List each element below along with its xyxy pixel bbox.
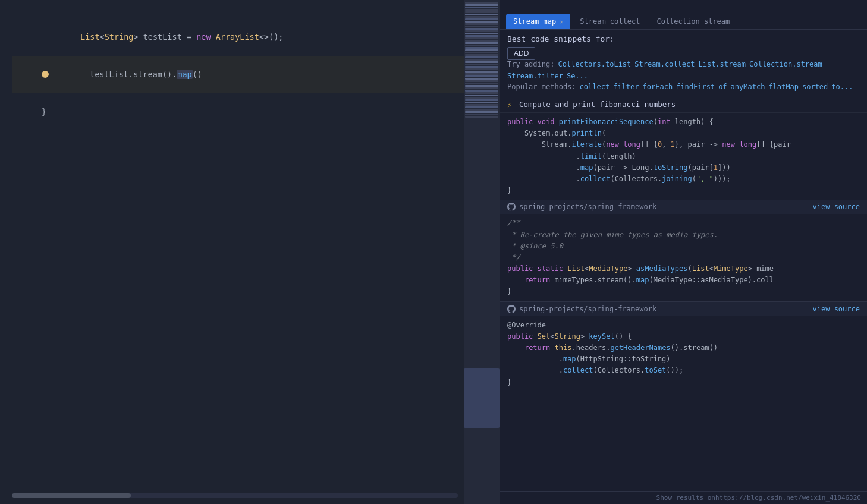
tab-close-icon[interactable]: ✕ — [560, 18, 563, 25]
try-link-more[interactable]: Se... — [567, 72, 588, 80]
popular-of[interactable]: of — [718, 83, 727, 91]
code-line: /** — [507, 218, 867, 229]
editor-line — [12, 6, 500, 18]
minimap-slider[interactable] — [464, 368, 500, 428]
line-indicator — [42, 71, 49, 78]
popular-flatmap[interactable]: flatMap — [768, 83, 799, 91]
search-panel: Best code snippets for: ADD Try adding: … — [500, 30, 867, 96]
code-line: } — [507, 377, 867, 388]
status-url: Show results on — [656, 494, 715, 502]
editor-line — [12, 93, 500, 106]
popular-foreach[interactable]: forEach — [643, 83, 673, 91]
section-title-fibonacci: ⚡ Compute and print fibonacci numbers — [500, 96, 867, 113]
code-line: return this.headers.getHeaderNames().str… — [507, 342, 867, 354]
popular-sorted[interactable]: sorted — [802, 83, 828, 91]
tab-stream-map[interactable]: Stream map ✕ — [506, 14, 570, 29]
right-panel: Stream map ✕ Stream collect Collection s… — [500, 0, 867, 504]
tab-label: Stream map — [513, 17, 556, 26]
source-text-2: spring-projects/spring-framework — [519, 305, 656, 313]
try-link-collectors-tolist[interactable]: Collectors.toList — [558, 60, 631, 68]
editor-panel: List<String> testList = new ArrayList<>(… — [0, 0, 500, 504]
try-link-collection-stream[interactable]: Collection.stream — [749, 60, 822, 68]
code-line: .map(HttpString::toString) — [507, 354, 867, 365]
popular-methods-row: Popular methods: collect filter forEach … — [507, 83, 860, 91]
code-block-2: /** * Re-create the given mime types as … — [500, 214, 867, 301]
horizontal-scrollbar[interactable] — [12, 493, 458, 498]
code-line: * Re-create the given mime types as medi… — [507, 229, 867, 241]
code-line: public void printFibonacciSequence(int l… — [507, 116, 867, 128]
code-line: @Override — [507, 320, 867, 331]
source-text-1: spring-projects/spring-framework — [519, 203, 656, 211]
result-source-2: spring-projects/spring-framework — [507, 305, 656, 313]
try-adding-label: Try adding: — [507, 60, 554, 68]
popular-anymatch[interactable]: anyMatch — [731, 83, 765, 91]
lightning-icon: ⚡ — [507, 100, 516, 109]
tabs-bar: Stream map ✕ Stream collect Collection s… — [500, 0, 867, 30]
status-url-link[interactable]: https://blog.csdn.net/weixin_41846320 — [715, 494, 861, 502]
github-icon — [507, 203, 516, 211]
code-block-3: @Override public Set<String> keySet() { … — [500, 316, 867, 392]
popular-collect[interactable]: collect — [580, 83, 610, 91]
best-snippets-label: Best code snippets for: — [507, 34, 860, 43]
scrollbar-thumb[interactable] — [12, 493, 131, 498]
tab-label: Stream collect — [580, 17, 640, 26]
code-line: .collect(Collectors.toSet()); — [507, 365, 867, 376]
try-link-stream-collect[interactable]: Stream.collect — [634, 60, 695, 68]
code-block-fibonacci: public void printFibonacciSequence(int l… — [500, 113, 867, 200]
code-line: Stream.iterate(new long[] {0, 1}, pair -… — [507, 139, 867, 150]
results-area[interactable]: ⚡ Compute and print fibonacci numbers pu… — [500, 96, 867, 491]
tab-collection-stream[interactable]: Collection stream — [649, 14, 737, 29]
fibonacci-title: Compute and print fibonacci numbers — [519, 100, 676, 109]
add-button[interactable]: ADD — [507, 47, 535, 60]
view-source-link-1[interactable]: view source — [813, 203, 860, 211]
result-block-1: spring-projects/spring-framework view so… — [500, 200, 867, 301]
minimap-content — [464, 0, 500, 119]
result-header-2: spring-projects/spring-framework view so… — [500, 302, 867, 316]
try-link-stream-filter[interactable]: Stream.filter — [507, 72, 563, 80]
search-controls: ADD — [507, 47, 860, 60]
editor-line: } — [12, 106, 500, 118]
code-line: } — [507, 286, 867, 297]
minimap — [464, 0, 500, 504]
code-line: } — [507, 185, 867, 196]
result-header-1: spring-projects/spring-framework view so… — [500, 200, 867, 214]
popular-label: Popular methods: — [507, 83, 576, 91]
result-source-1: spring-projects/spring-framework — [507, 203, 656, 211]
code-line: */ — [507, 252, 867, 263]
code-line: System.out.println( — [507, 128, 867, 139]
popular-more[interactable]: to... — [831, 83, 853, 91]
try-link-list-stream[interactable]: List.stream — [698, 60, 745, 68]
editor-line: List<String> testList = new ArrayList<>(… — [12, 18, 500, 56]
popular-findfirst[interactable]: findFirst — [676, 83, 715, 91]
popular-filter[interactable]: filter — [613, 83, 639, 91]
code-line: .limit(length) — [507, 151, 867, 162]
code-line: .map(pair -> Long.toString(pair[1])) — [507, 162, 867, 174]
try-adding-row: Try adding: Collectors.toList Stream.col… — [507, 60, 860, 80]
code-line: public static List<MediaType> asMediaTyp… — [507, 263, 867, 275]
code-line: * @since 5.0 — [507, 241, 867, 252]
code-line: public Set<String> keySet() { — [507, 331, 867, 342]
tab-stream-collect[interactable]: Stream collect — [573, 14, 647, 29]
github-icon-2 — [507, 305, 516, 313]
code-line: .collect(Collectors.joining(", "))); — [507, 174, 867, 185]
editor-line-highlighted: testList.stream().map() — [12, 56, 500, 93]
view-source-link-2[interactable]: view source — [813, 305, 860, 313]
code-line: return mimeTypes.stream().map(MediaType:… — [507, 275, 867, 286]
result-block-2: spring-projects/spring-framework view so… — [500, 302, 867, 392]
tab-label: Collection stream — [656, 17, 730, 26]
status-bar: Show results on https://blog.csdn.net/we… — [500, 491, 867, 504]
